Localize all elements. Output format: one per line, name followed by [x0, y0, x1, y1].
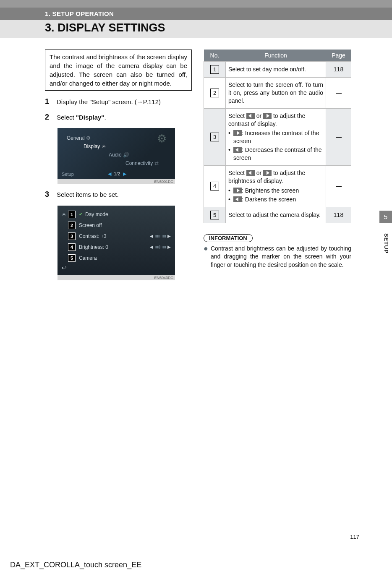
left-arrow-icon: [233, 196, 242, 202]
step-number-3: 3: [45, 190, 57, 199]
fn-5: Select to adjust the camera display.: [226, 207, 326, 223]
pg-5: 118: [326, 207, 351, 223]
step-1-text: Display the "Setup" screen. (→P.112): [57, 97, 192, 107]
callout-4: 4: [68, 243, 76, 251]
gear-icon: ⚙: [157, 132, 167, 145]
row-contrast: 3 Contrast: +3 ◀ ııııı|ıııı ▶: [62, 231, 171, 242]
sun-icon: ☀: [62, 211, 66, 217]
pg-1: 118: [326, 62, 351, 78]
back-icon: ↩: [62, 264, 171, 271]
check-icon: ✔: [79, 211, 83, 217]
left-arrow-icon: [246, 113, 255, 119]
th-no: No.: [204, 50, 226, 62]
fn-3: Select or to adjust the contrast of disp…: [226, 108, 326, 165]
screenshot-setup-menu: ⚙ General ⚙ Display ☀ Audio 🔊 Connectivi…: [57, 128, 175, 184]
left-arrow-icon: [233, 147, 242, 153]
bullet-icon: ●: [204, 245, 208, 269]
page-title: 3. DISPLAY SETTINGS: [45, 21, 392, 34]
screenshot-display-settings: ☀ 1 ✔ Day mode 2 Screen off 3 Contrast: …: [57, 206, 175, 280]
screenshot1-pager: ◀ 1/2 ▶: [108, 171, 126, 177]
function-table: No. Function Page 1 Select to set day mo…: [204, 50, 351, 223]
th-page: Page: [326, 50, 351, 62]
ref-3: 3: [210, 133, 219, 141]
menu-item-connectivity: Connectivity ⇄: [125, 159, 170, 167]
ref-4: 4: [210, 182, 219, 191]
right-arrow-icon: [233, 130, 242, 136]
right-arrow-icon: [263, 170, 272, 176]
ref-5: 5: [210, 211, 219, 219]
footer-doc-id: DA_EXT_COROLLA_touch screen_EE: [10, 561, 141, 569]
step-2-text: Select "Display".: [57, 113, 192, 123]
step-number-2: 2: [45, 113, 57, 122]
row-screen-off: 2 Screen off: [62, 220, 171, 231]
screenshot1-footer-label: Setup: [62, 172, 74, 177]
ref-2: 2: [210, 89, 219, 97]
fn-1: Select to set day mode on/off.: [226, 62, 326, 78]
pg-4: —: [326, 166, 351, 207]
top-grey-bar: [0, 0, 392, 8]
callout-1: 1: [68, 211, 76, 218]
fn-4: Select or to adjust the brightness of di…: [226, 166, 326, 207]
menu-item-audio: Audio 🔊: [109, 151, 170, 159]
step-3-text: Select items to be set.: [57, 190, 192, 200]
row-brightness: 4 Brightness: 0 ◀ ıııı|ııııı ▶: [62, 242, 171, 253]
screenshot1-code: EN5001DC: [57, 179, 175, 184]
pg-2: —: [326, 78, 351, 109]
pg-3: —: [326, 108, 351, 165]
chapter-tab: 5: [379, 211, 392, 223]
left-arrow-icon: [246, 170, 255, 176]
callout-2: 2: [68, 222, 76, 229]
callout-5: 5: [68, 254, 76, 262]
info-bullet: ● Contrast and brightness can be adjuste…: [204, 245, 351, 269]
screenshot2-code: EN5043DC: [57, 275, 175, 280]
step-number-1: 1: [45, 97, 57, 106]
chapter-label: SETUP: [383, 233, 389, 253]
th-function: Function: [226, 50, 326, 62]
ref-1: 1: [210, 65, 219, 74]
menu-item-general: General ⚙: [67, 134, 170, 142]
right-arrow-icon: [263, 113, 272, 119]
callout-3: 3: [68, 232, 76, 240]
section-heading: 1. SETUP OPERATION: [0, 8, 392, 20]
fn-2: Select to turn the screen off. To turn i…: [226, 78, 326, 109]
row-day-mode: ☀ 1 ✔ Day mode: [62, 209, 171, 220]
page-number: 117: [350, 534, 359, 540]
row-camera: 5 Camera: [62, 253, 171, 264]
right-arrow-icon: [233, 188, 242, 193]
info-label: INFORMATION: [204, 234, 253, 242]
intro-paragraph: The contrast and brightness of the scree…: [45, 50, 192, 91]
